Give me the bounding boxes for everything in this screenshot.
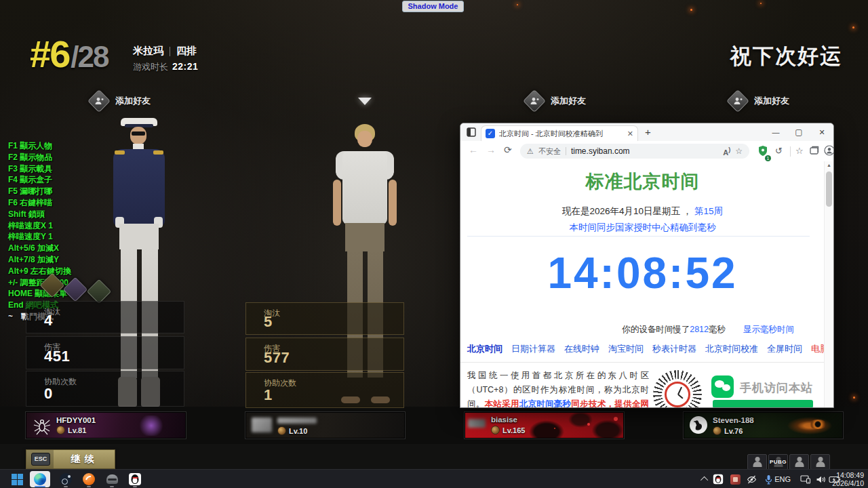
squad-member-button-3[interactable] — [789, 454, 809, 470]
sync-link[interactable]: 本时间同步国家授时中心精确到毫秒 — [570, 222, 716, 232]
scroll-up-arrow[interactable]: ▲ — [825, 163, 833, 167]
start-button[interactable] — [7, 471, 27, 487]
continue-button[interactable]: ESC 继续 — [26, 449, 115, 469]
scrollbar[interactable]: ▲ — [824, 161, 833, 407]
add-friend-button-1[interactable]: 添加好友 — [91, 93, 151, 109]
windows-logo-icon — [12, 474, 23, 485]
tray-game-app[interactable] — [730, 470, 741, 488]
squad-member-button-2[interactable]: PUBG — [768, 454, 788, 470]
intro-paragraph: 我国统一使用首都北京所在的东八时区（UTC+8）的区时作为标准时间，称为北京时间… — [467, 369, 649, 407]
minimize-button[interactable]: — — [764, 123, 787, 141]
favorites-hub-icon[interactable]: ☆ — [795, 146, 804, 156]
favorite-star-icon[interactable]: ☆ — [735, 146, 743, 156]
team-card-3[interactable]: biasise Lv.165 — [465, 412, 624, 439]
taskbar-edge-button[interactable] — [30, 471, 50, 487]
taskbar-clock[interactable]: 14:08:49 2026/4/10 — [832, 471, 864, 487]
close-button[interactable]: ✕ — [810, 123, 833, 141]
level-badge-icon — [277, 426, 286, 435]
card-art — [614, 417, 618, 421]
speaker-icon — [816, 475, 826, 484]
nav-link-sync-helper[interactable]: 电脑时间同步助手 — [811, 343, 825, 355]
add-friend-icon — [87, 89, 111, 113]
nav-link[interactable]: 秒表计时器 — [652, 343, 696, 355]
maximize-button[interactable]: ▢ — [787, 123, 810, 141]
nav-link[interactable]: 北京时间 — [467, 343, 502, 355]
match-duration: 游戏时长22:21 — [133, 61, 198, 73]
damage-value: 577 — [264, 349, 290, 367]
stat-panel-assists-p1: 协助次数 0 — [26, 371, 184, 407]
cheat-item: F2 顯示物品 — [8, 153, 71, 161]
collections-icon[interactable] — [809, 145, 819, 158]
nav-link[interactable]: 北京时间校准 — [705, 343, 758, 355]
show-ms-link[interactable]: 显示毫秒时间 — [743, 325, 794, 334]
goose-avatar — [690, 416, 707, 434]
nav-link[interactable]: 在线时钟 — [564, 343, 599, 355]
cheat-item: Alt+7/8 加減Y — [8, 256, 71, 264]
taskbar-pubg-button[interactable] — [102, 471, 122, 487]
match-rank: #6 /28 — [30, 32, 108, 76]
wechat-action-button[interactable] — [713, 400, 813, 407]
taskbar-date: 2026/4/10 — [832, 479, 864, 487]
player-name: biasise — [491, 415, 517, 424]
self-indicator-arrow — [358, 98, 372, 105]
sunglasses — [132, 131, 145, 136]
squad-member-button-1[interactable] — [747, 454, 767, 470]
rank-number: #6 — [30, 32, 69, 76]
assists-value: 1 — [264, 386, 273, 404]
date-line: 现在是2026年4月10日星期五 ， 第15周 — [460, 205, 825, 218]
duration-label: 游戏时长 — [133, 62, 168, 72]
language-indicator[interactable]: ENG — [770, 470, 795, 488]
player-level: Lv.76 — [713, 426, 743, 435]
address-bar[interactable]: ⚠ 不安全 time.syiban.com A) ☆ — [520, 144, 749, 159]
tab-close-icon[interactable]: ✕ — [627, 129, 633, 138]
add-friend-button-3[interactable]: 添加好友 — [526, 93, 586, 109]
new-tab-button[interactable]: + — [645, 126, 651, 138]
epaulette — [153, 150, 163, 155]
team-card-2[interactable]: Lv.10 — [245, 412, 405, 439]
tray-volume[interactable] — [816, 470, 826, 488]
team-card-1[interactable]: HFDYY001 Lv.81 — [26, 412, 186, 439]
tray-cast[interactable] — [800, 470, 811, 488]
not-secure-icon: ⚠ — [527, 147, 534, 156]
nav-link[interactable]: 全屏时间 — [767, 343, 802, 355]
nav-link[interactable]: 日期计算器 — [511, 343, 555, 355]
level-badge-icon — [713, 426, 722, 435]
edge-icon — [34, 473, 46, 485]
add-friend-button-4[interactable]: 添加好友 — [730, 93, 789, 109]
refresh-button[interactable]: ⟳ — [504, 144, 512, 155]
extension-icon[interactable]: ↺ — [775, 146, 783, 156]
browser-tab[interactable]: ✓ 北京时间 - 北京时间校准精确到 ✕ — [481, 125, 638, 141]
tray-chevron[interactable] — [703, 470, 708, 488]
taskbar-booster-button[interactable] — [79, 471, 99, 487]
stat-panel-assists-p2: 协助次数 1 — [245, 372, 404, 408]
week-link[interactable]: 第15周 — [694, 206, 723, 216]
eye-art — [808, 420, 827, 429]
pants-hip — [345, 223, 384, 251]
taskbar-time: 14:08:49 — [832, 471, 864, 479]
tab-actions-icon[interactable] — [467, 127, 476, 137]
offset-line: 你的设备时间慢了2812毫秒显示毫秒时间 — [622, 324, 794, 336]
scroll-thumb[interactable] — [826, 171, 832, 207]
cheat-item: F1 顯示人物 — [8, 142, 71, 150]
team-card-4[interactable]: Steven-188 Lv.76 — [684, 412, 843, 439]
page-title: 标准北京时间 — [460, 169, 825, 194]
tray-qq[interactable] — [712, 470, 724, 488]
adblock-shield-icon[interactable]: 1 — [757, 145, 768, 159]
match-info: 米拉玛 四排 — [133, 45, 197, 58]
add-friend-icon — [726, 89, 749, 113]
taskbar-qq-button[interactable] — [125, 471, 145, 487]
pubg-tag: PUBG — [769, 455, 787, 469]
back-button[interactable]: ← — [469, 144, 478, 155]
wechat-icon — [711, 375, 734, 398]
profile-avatar-icon[interactable] — [824, 145, 834, 159]
tray-eye-off[interactable] — [747, 470, 757, 488]
taskbar-steam-button[interactable] — [56, 471, 76, 487]
tab-title: 北京时间 - 北京时间校准精确到 — [499, 129, 623, 139]
read-aloud-icon[interactable]: A) — [723, 146, 730, 157]
forward-button[interactable]: → — [486, 144, 496, 155]
nav-link[interactable]: 淘宝时间 — [608, 343, 644, 355]
map-name: 米拉玛 — [133, 45, 163, 58]
squad-member-button-4[interactable] — [810, 454, 830, 470]
qq-tray-icon — [713, 474, 723, 484]
match-mode: 四排 — [176, 45, 197, 58]
